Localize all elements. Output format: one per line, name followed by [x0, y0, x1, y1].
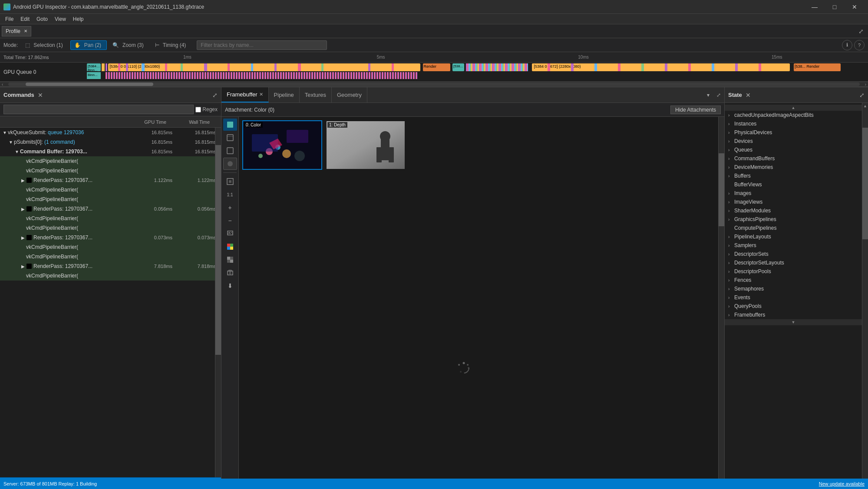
gpu-block-render-2[interactable]: [538... Render — [794, 63, 841, 71]
gpu-block-main[interactable]: [5384 0 0 1110] (2280x1080) — [108, 63, 421, 71]
tab-textures[interactable]: Textures — [300, 87, 332, 102]
menu-file[interactable]: File — [2, 15, 17, 23]
table-row[interactable]: vkCmdPipelineBarrier( — [0, 242, 221, 252]
close-button[interactable]: ✕ — [845, 0, 865, 14]
tool-export-image[interactable] — [223, 228, 237, 240]
list-item[interactable]: BufferViews — [725, 180, 862, 189]
list-item[interactable]: › DeviceMemories — [725, 163, 862, 172]
gpu-queue-track[interactable]: [5384 0...Binn... [5384 0 0 1110] (2280x… — [87, 63, 868, 82]
tab-geometry[interactable]: Geometry — [332, 87, 367, 102]
state-scroll-up-btn[interactable]: ▲ — [862, 103, 868, 109]
scrollbar-track[interactable] — [8, 83, 859, 86]
list-item[interactable]: › Images — [725, 189, 862, 198]
mode-timing-button[interactable]: ⊢ Timing (4) — [151, 40, 192, 50]
mode-selection-button[interactable]: ⬚ Selection (1) — [21, 40, 68, 50]
table-row[interactable]: vkCmdPipelineBarrier( — [0, 223, 221, 233]
update-available-link[interactable]: New update available — [819, 481, 865, 486]
table-row[interactable]: ▼ vkQueueSubmit: queue 1297036 16.815ms … — [0, 128, 221, 137]
info-button[interactable]: ℹ — [842, 40, 852, 50]
menu-help[interactable]: Help — [69, 15, 87, 23]
table-row[interactable]: ▶ RenderPass: 12970367... 1.122ms 1.122m… — [0, 175, 221, 185]
profile-tab[interactable]: Profile ✕ — [2, 26, 31, 36]
mode-pan-button[interactable]: ✋ Pan (2) — [70, 40, 107, 50]
list-item[interactable]: › GraphicsPipelines — [725, 215, 862, 224]
framebuffer-viewport[interactable]: 0: Color 0: Color — [239, 117, 724, 488]
expand-arrow[interactable]: ▶ — [20, 178, 26, 183]
link[interactable]: queue 1297036 — [48, 129, 84, 135]
list-item[interactable]: › CommandBuffers — [725, 154, 862, 163]
commands-scrollbar-thumb[interactable] — [215, 145, 221, 355]
minimize-button[interactable]: — — [805, 0, 825, 14]
state-scrollbar[interactable]: ▲ ▼ — [862, 103, 868, 488]
tool-frame-select[interactable] — [223, 175, 237, 188]
state-scroll-down[interactable]: ▼ — [725, 319, 862, 325]
scrollbar-thumb[interactable] — [26, 83, 153, 86]
list-item[interactable]: › Semaphores — [725, 284, 862, 293]
tool-checkerboard[interactable] — [223, 254, 237, 266]
framebuffer-tab-close[interactable]: ✕ — [259, 92, 263, 97]
list-item[interactable]: › DescriptorSetLayouts — [725, 258, 862, 267]
list-item[interactable]: › Framebuffers — [725, 311, 862, 319]
scroll-left-arrow[interactable]: ‹ — [0, 82, 5, 87]
table-row[interactable]: ▼ pSubmits[0]: (1 command) 16.815ms 16.8… — [0, 137, 221, 147]
tool-overdraw[interactable] — [223, 158, 237, 170]
list-item[interactable]: › DescriptorPools — [725, 267, 862, 276]
state-scroll-up[interactable]: ▲ — [725, 105, 862, 111]
menu-edit[interactable]: Edit — [17, 15, 33, 23]
list-item[interactable]: › PipelineLayouts — [725, 232, 862, 241]
tool-download[interactable]: ⬇ — [223, 280, 237, 292]
list-item[interactable]: › cachedUnpackedImageAspectBits — [725, 111, 862, 119]
link[interactable]: (1 command) — [44, 139, 75, 145]
table-row[interactable]: ▶ RenderPass: 12970367... 7.818ms 7.818m… — [0, 261, 221, 271]
thumbnail-depth[interactable]: 1: Depth — [326, 120, 406, 170]
tool-color[interactable] — [223, 119, 237, 131]
gpu-block-binn-2[interactable]: [538... — [452, 63, 464, 71]
table-row[interactable]: vkCmdPipelineBarrier( — [0, 166, 221, 175]
expand-arrow[interactable]: ▼ — [2, 130, 8, 135]
list-item[interactable]: › PhysicalDevices — [725, 128, 862, 137]
help-button[interactable]: ? — [854, 40, 865, 50]
tool-zoom-in[interactable]: + — [223, 202, 237, 214]
scroll-right-arrow[interactable]: › — [863, 82, 868, 87]
list-item[interactable]: › Instances — [725, 119, 862, 128]
table-row[interactable]: vkCmdPipelineBarrier( — [0, 195, 221, 204]
regex-checkbox[interactable]: Regex — [195, 106, 218, 112]
expand-arrow[interactable]: ▼ — [14, 149, 20, 154]
profile-tab-close[interactable]: ✕ — [24, 29, 27, 33]
state-scroll-thumb[interactable] — [862, 128, 868, 239]
list-item[interactable]: › ImageViews — [725, 198, 862, 206]
tool-zoom-out[interactable]: − — [223, 215, 237, 227]
table-row[interactable]: ▶ RenderPass: 12970367... 0.073ms 0.073m… — [0, 233, 221, 242]
list-item[interactable]: › Buffers — [725, 172, 862, 180]
filter-tracks-input[interactable] — [197, 40, 327, 50]
state-panel-close[interactable]: ✕ — [746, 92, 751, 99]
commands-search-input[interactable] — [3, 105, 194, 114]
table-row[interactable]: vkCmdPipelineBarrier( — [0, 271, 221, 281]
table-row[interactable]: vkCmdPipelineBarrier( — [0, 252, 221, 261]
table-row[interactable]: ▶ RenderPass: 12970367... 0.056ms 0.056m… — [0, 204, 221, 214]
hide-attachments-button[interactable]: Hide Attachments — [670, 106, 721, 114]
expand-arrow[interactable]: ▶ — [20, 235, 26, 240]
table-row[interactable]: vkCmdPipelineBarrier( — [0, 185, 221, 195]
table-row[interactable]: vkCmdPipelineBarrier( — [0, 156, 221, 166]
profile-expand-button[interactable]: ⤢ — [856, 26, 866, 36]
tool-1to1[interactable]: 1:1 — [223, 188, 237, 201]
list-item[interactable]: › Samplers — [725, 241, 862, 250]
list-item[interactable]: › QueryPools — [725, 302, 862, 311]
commands-scrollbar[interactable] — [215, 128, 221, 477]
framebuffer-scroll-v-thumb[interactable] — [719, 153, 724, 226]
list-item[interactable]: › Events — [725, 293, 862, 302]
thumbnail-color[interactable]: 0: Color 0: Color — [242, 120, 322, 170]
list-item[interactable]: › Fences — [725, 276, 862, 284]
mode-zoom-button[interactable]: 🔍 Zoom (3) — [109, 40, 149, 50]
list-item[interactable]: ComputePipelines — [725, 224, 862, 232]
horizontal-scrollbar[interactable]: ‹ › — [0, 82, 868, 87]
tool-color-picker[interactable] — [223, 241, 237, 253]
expand-arrow[interactable]: ▶ — [20, 207, 26, 211]
tool-depth[interactable] — [223, 132, 237, 144]
list-item[interactable]: › ShaderModules — [725, 206, 862, 215]
table-row[interactable]: vkCmdPipelineBarrier( — [0, 214, 221, 223]
expand-arrow[interactable]: ▼ — [8, 140, 14, 145]
maximize-button[interactable]: □ — [825, 0, 845, 14]
gpu-block-render-1[interactable]: Render — [423, 63, 450, 71]
